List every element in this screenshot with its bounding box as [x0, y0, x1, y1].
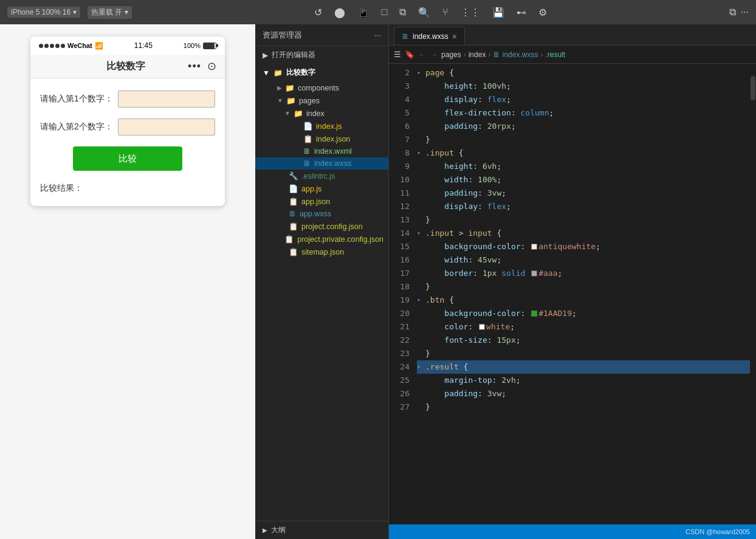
- brace-token: {: [492, 227, 502, 240]
- breadcrumb-file[interactable]: 🗎 index.wxss: [493, 50, 538, 59]
- wxss-file-icon: 🗎: [289, 210, 297, 218]
- more-options-icon[interactable]: ···: [741, 7, 749, 18]
- color-swatch: [531, 270, 537, 276]
- editor-scrollbar[interactable]: [750, 64, 756, 524]
- outline-section[interactable]: ▶ 大纲: [255, 521, 388, 539]
- project-header[interactable]: ▼ 📁 比较数字: [255, 64, 388, 81]
- phone-input-field-2[interactable]: [118, 118, 215, 136]
- brace-token: }: [425, 213, 430, 227]
- line-num: 10: [389, 173, 410, 187]
- tablet-icon[interactable]: □: [382, 7, 388, 18]
- prop-token: background-color: [444, 240, 520, 253]
- prop-token: height: [444, 80, 473, 93]
- forward-icon[interactable]: →: [430, 50, 438, 59]
- breadcrumb: pages › index › 🗎 index.wxss › .result: [441, 50, 565, 59]
- line-num: 27: [389, 400, 410, 414]
- device-selector[interactable]: iPhone 5 100% 16 ▾: [7, 7, 80, 18]
- prop-token: height: [444, 160, 473, 173]
- code-line-24: ▾ .result {: [417, 360, 750, 374]
- phone-icon[interactable]: 📱: [357, 7, 369, 18]
- code-line-26: padding: 3vw;: [417, 387, 750, 400]
- file-eslintrc[interactable]: 🔧 .eslintrc.js: [255, 170, 388, 182]
- open-editors-label: 打开的编辑器: [272, 50, 315, 60]
- file-index-json[interactable]: 📋 index.json: [255, 132, 388, 145]
- fold-arrow[interactable]: ▾: [417, 360, 425, 374]
- line-num: 8: [389, 146, 410, 160]
- hot-reload-selector[interactable]: 热重载 开 ▾: [88, 6, 132, 19]
- line-num: 17: [389, 267, 410, 280]
- status-time: 11:45: [134, 41, 153, 50]
- breadcrumb-pages[interactable]: pages: [441, 50, 461, 59]
- file-index-js[interactable]: 📄 index.js: [255, 120, 388, 132]
- file-index-wxml[interactable]: 🗎 index.wxml: [255, 145, 388, 157]
- breadcrumb-index[interactable]: index: [469, 50, 486, 59]
- wifi-icon[interactable]: ⊷: [517, 7, 526, 18]
- folder-icon: 📁: [285, 83, 295, 92]
- file-index-wxss-label: index.wxss: [314, 159, 351, 168]
- scrollbar-thumb[interactable]: [751, 76, 755, 100]
- back-icon[interactable]: ←: [418, 50, 426, 59]
- tab-close-icon[interactable]: ×: [452, 32, 457, 41]
- file-explorer-more-icon[interactable]: ···: [374, 30, 381, 39]
- nav-record-icon[interactable]: ⊙: [207, 60, 216, 73]
- value-token: #aaa: [538, 267, 557, 280]
- signal-dot: [55, 44, 60, 48]
- stop-icon[interactable]: ⬤: [334, 7, 345, 18]
- brace-token: }: [425, 133, 430, 146]
- fold-arrow[interactable]: ▾: [417, 227, 425, 240]
- wifi-status-icon: 📶: [95, 42, 103, 50]
- tab-index-wxss[interactable]: 🗎 index.wxss ×: [394, 27, 465, 45]
- file-project-private-config[interactable]: 📋 project.private.config.json: [255, 233, 388, 245]
- code-line-21: color: white;: [417, 320, 750, 334]
- code-content[interactable]: ▾ page { height: 100vh; display: flex;: [414, 64, 750, 524]
- chevron-down-icon: ▾: [73, 8, 77, 16]
- file-app-json[interactable]: 📋 app.json: [255, 195, 388, 208]
- battery-percent: 100%: [184, 42, 201, 49]
- folder-pages[interactable]: ▼ 📁 pages: [255, 94, 388, 107]
- save-icon[interactable]: 💾: [492, 7, 504, 18]
- selector-token: .input: [425, 227, 454, 240]
- value-token: antiquewhite: [538, 240, 596, 253]
- refresh-icon[interactable]: ↺: [314, 7, 322, 18]
- code-line-14: ▾ .input > input {: [417, 227, 750, 240]
- file-project-config[interactable]: 📋 project.config.json: [255, 220, 388, 233]
- phone-input-field-1[interactable]: [118, 91, 215, 108]
- grid-icon[interactable]: ⋮⋮: [461, 7, 480, 18]
- phone-input-row-2: 请输入第2个数字：: [40, 118, 215, 136]
- branch-icon[interactable]: ⑂: [442, 7, 448, 18]
- signal-dot: [50, 44, 54, 48]
- value-token: 3vw: [487, 387, 501, 400]
- file-index-wxss[interactable]: 🗎 index.wxss: [255, 157, 388, 170]
- line-num: 13: [389, 213, 410, 227]
- code-line-6: padding: 20rpx;: [417, 120, 750, 133]
- map-icon[interactable]: ☰: [394, 50, 401, 59]
- color-swatch: [531, 311, 537, 317]
- signal-dot: [39, 44, 43, 48]
- split-view-icon[interactable]: ⧉: [729, 7, 736, 18]
- result-display: 比较结果：: [40, 183, 215, 194]
- file-app-js[interactable]: 📄 app.js: [255, 182, 388, 195]
- file-sitemap[interactable]: 📋 sitemap.json: [255, 245, 388, 258]
- signal-dots: [39, 44, 65, 48]
- compare-button[interactable]: 比较: [73, 146, 182, 171]
- folder-index[interactable]: ▼ 📁 index: [255, 107, 388, 120]
- code-line-8: ▾ .input {: [417, 146, 750, 160]
- project-label: 比较数字: [286, 67, 315, 78]
- fold-arrow[interactable]: ▾: [417, 294, 425, 307]
- code-line-22: font-size: 15px;: [417, 334, 750, 347]
- breadcrumb-sep: ›: [540, 50, 543, 59]
- settings-icon[interactable]: ⚙: [538, 7, 547, 18]
- folder-components[interactable]: ▶ 📁 components: [255, 81, 388, 94]
- copy-icon[interactable]: ⧉: [399, 7, 406, 18]
- fold-arrow[interactable]: ▾: [417, 66, 425, 80]
- code-line-7: }: [417, 133, 750, 146]
- device-label: iPhone 5 100% 16: [11, 8, 70, 16]
- file-app-wxss[interactable]: 🗎 app.wxss: [255, 208, 388, 220]
- bookmark-icon[interactable]: 🔖: [405, 50, 414, 59]
- open-editors-header[interactable]: ▶ 打开的编辑器: [255, 46, 388, 64]
- line-num: 16: [389, 253, 410, 267]
- breadcrumb-result[interactable]: .result: [545, 50, 565, 59]
- nav-more-icon[interactable]: •••: [188, 60, 201, 73]
- search-icon[interactable]: 🔍: [418, 7, 430, 18]
- fold-arrow[interactable]: ▾: [417, 146, 425, 160]
